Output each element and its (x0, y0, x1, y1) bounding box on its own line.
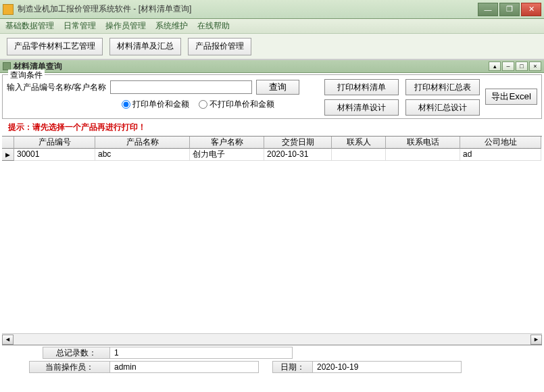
child-restore-up-button[interactable]: ▴ (489, 62, 501, 71)
window-titlebar: 制造业机加工报价管理系统软件 - [材料清单查询] — ❐ ✕ (0, 0, 544, 19)
status-row-totals: 总记录数： 1 (2, 346, 542, 360)
radio-print-price-input[interactable] (122, 100, 130, 109)
btn-print-material-list[interactable]: 打印材料清单 (324, 79, 399, 95)
cell-delivery-date[interactable]: 2020-10-31 (264, 149, 332, 161)
col-product-name[interactable]: 产品名称 (95, 137, 190, 149)
col-product-no[interactable]: 产品编号 (14, 137, 95, 149)
operator-label: 当前操作员： (29, 361, 110, 373)
row-indicator-icon: ▶ (2, 149, 14, 161)
grid-header: 产品编号 产品名称 客户名称 交货日期 联系人 联系电话 公司地址 (2, 137, 542, 149)
scroll-right-icon[interactable]: ► (530, 335, 542, 345)
btn-print-material-summary[interactable]: 打印材料汇总表 (405, 79, 480, 95)
btn-design-material-list[interactable]: 材料清单设计 (324, 99, 399, 116)
col-contact[interactable]: 联系人 (332, 137, 386, 149)
child-title: 材料清单查询 (14, 61, 489, 72)
btn-design-material-summary[interactable]: 材料汇总设计 (405, 99, 480, 116)
child-maximize-button[interactable]: □ (516, 62, 528, 71)
operator-value: admin (110, 361, 259, 373)
total-records-label: 总记录数： (43, 347, 110, 359)
cell-address[interactable]: ad (460, 149, 541, 161)
table-row[interactable]: ▶ 30001 abc 创力电子 2020-10-31 ad (2, 149, 542, 161)
menubar: 基础数据管理 日常管理 操作员管理 系统维护 在线帮助 (0, 19, 544, 34)
radio-print-price[interactable]: 打印单价和金额 (122, 99, 189, 110)
child-minimize-button[interactable]: – (502, 62, 514, 71)
total-records-value: 1 (110, 347, 293, 359)
menu-help[interactable]: 在线帮助 (197, 20, 230, 32)
date-value: 2020-10-19 (313, 361, 462, 373)
col-delivery-date[interactable]: 交货日期 (264, 137, 332, 149)
toolbar: 产品零件材料工艺管理 材料清单及汇总 产品报价管理 (0, 34, 544, 59)
menu-system[interactable]: 系统维护 (155, 20, 188, 32)
query-input[interactable] (110, 80, 252, 94)
status-row-operator: 当前操作员： admin 日期： 2020-10-19 (2, 360, 542, 374)
col-address[interactable]: 公司地址 (460, 137, 541, 149)
query-panel: 查询条件 输入产品编号名称/客户名称 查询 打印单价和金额 不打印单价和金额 (2, 74, 542, 119)
menu-operator[interactable]: 操作员管理 (105, 20, 146, 32)
btn-quote-mgmt[interactable]: 产品报价管理 (188, 38, 251, 55)
query-input-label: 输入产品编号名称/客户名称 (7, 82, 106, 93)
data-grid[interactable]: 产品编号 产品名称 客户名称 交货日期 联系人 联系电话 公司地址 ▶ 3000… (2, 136, 542, 345)
btn-bom-summary[interactable]: 材料清单及汇总 (109, 38, 181, 55)
scroll-left-icon[interactable]: ◄ (2, 335, 14, 345)
query-button[interactable]: 查询 (256, 80, 299, 95)
btn-export-excel[interactable]: 导出Excel (485, 89, 537, 105)
menu-daily[interactable]: 日常管理 (64, 20, 96, 32)
scroll-track[interactable] (14, 335, 530, 345)
maximize-button[interactable]: ❐ (499, 3, 520, 16)
query-legend: 查询条件 (8, 70, 45, 81)
grid-body: ▶ 30001 abc 创力电子 2020-10-31 ad (2, 149, 542, 333)
horizontal-scrollbar[interactable]: ◄ ► (2, 333, 542, 345)
cell-phone[interactable] (386, 149, 460, 161)
cell-product-no[interactable]: 30001 (14, 149, 95, 161)
menu-basic-data[interactable]: 基础数据管理 (5, 20, 54, 32)
window-title: 制造业机加工报价管理系统软件 - [材料清单查询] (18, 3, 476, 15)
grid-corner (2, 137, 14, 149)
hint-text: 提示：请先选择一个产品再进行打印！ (0, 120, 544, 136)
cell-product-name[interactable]: abc (95, 149, 190, 161)
app-icon (3, 4, 14, 15)
radio-no-print-price-input[interactable] (199, 100, 207, 109)
date-label: 日期： (272, 361, 313, 373)
cell-contact[interactable] (332, 149, 386, 161)
child-close-button[interactable]: × (529, 62, 541, 71)
child-window-titlebar: 材料清单查询 ▴ – □ × (0, 59, 544, 73)
radio-no-print-price[interactable]: 不打印单价和金额 (199, 99, 274, 110)
col-phone[interactable]: 联系电话 (386, 137, 460, 149)
col-customer[interactable]: 客户名称 (190, 137, 264, 149)
minimize-button[interactable]: — (478, 3, 498, 16)
close-button[interactable]: ✕ (521, 3, 541, 16)
btn-process-mgmt[interactable]: 产品零件材料工艺管理 (7, 38, 103, 55)
cell-customer[interactable]: 创力电子 (190, 149, 264, 161)
